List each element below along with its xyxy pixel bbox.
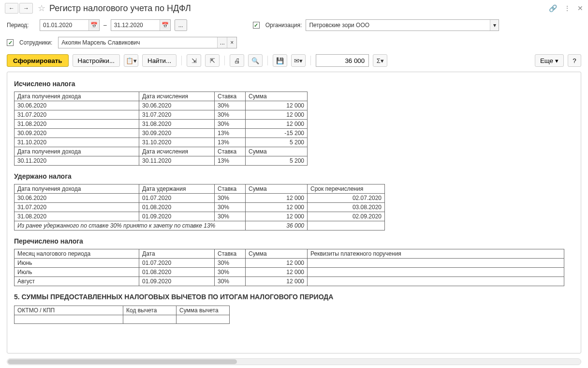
table-row: Июнь01.07.202030%12 000 [15,259,564,268]
table-row: 31.07.202001.08.202030%12 00003.08.2020 [15,203,385,212]
close-icon[interactable]: ✕ [577,4,583,12]
table-row: 31.07.202031.07.202030%12 000 [15,110,308,120]
table-row: 30.06.202030.06.202030%12 000 [15,101,308,110]
table-row: 31.08.202031.08.202030%12 000 [15,120,308,129]
back-button[interactable]: ← [5,3,18,14]
period-select-button[interactable]: ... [175,19,187,31]
link-icon[interactable]: 🔗 [549,4,557,12]
kebab-menu-icon[interactable]: ⋮ [564,4,571,12]
employees-input[interactable]: Акопян Марсель Славикович ... × [58,37,237,48]
sigma-button[interactable]: Σ▾ [373,54,387,67]
table-row: 30.06.202001.07.202030%12 00002.07.2020 [15,194,385,203]
help-button[interactable]: ? [568,54,581,67]
period-dash: – [103,22,107,29]
table-row: 31.10.202031.10.202013%5 200 [15,138,308,147]
table-row: 31.08.202001.09.202030%12 00002.09.2020 [15,212,385,221]
email-icon[interactable]: ✉▾ [291,54,306,67]
more-button[interactable]: Еще ▾ [535,54,564,67]
expand-icon[interactable]: ⇲ [187,54,201,67]
table-row: Август01.09.202030%12 000 [15,277,564,286]
period-label: Период: [7,22,36,29]
chevron-down-icon[interactable]: ▾ [490,20,499,31]
transferred-table: Месяц налогового периодаДатаСтавкаСуммаР… [14,249,564,286]
org-checkbox[interactable] [253,22,260,29]
org-select[interactable]: Петровские зори ООО ▾ [306,19,499,31]
horizontal-scrollbar[interactable] [0,358,588,368]
table-row [15,315,230,324]
calendar-icon[interactable]: 📅 [88,20,99,31]
employees-clear-button[interactable]: × [227,37,236,48]
calendar-icon[interactable]: 📅 [160,20,170,31]
section-withheld: Удержано налога [14,172,574,180]
report-area: Исчислено налога Дата получения доходаДа… [7,72,581,353]
forward-button[interactable]: → [19,3,33,14]
settings-button[interactable]: Настройки... [73,54,120,67]
section-deductions: 5. СУММЫ ПРЕДОСТАВЛЕННЫХ НАЛОГОВЫХ ВЫЧЕТ… [14,293,574,301]
favorite-star-icon[interactable]: ☆ [38,3,45,14]
table-row: 30.11.202030.11.202013%5 200 [15,156,308,166]
table-row: 30.09.202030.09.202013%-15 200 [15,129,308,138]
generate-button[interactable]: Сформировать [7,54,69,67]
date-from-input[interactable]: 01.01.2020 📅 [40,19,100,31]
section-calculated: Исчислено налога [14,80,574,88]
calculated-table: Дата получения доходаДата исчисленияСтав… [14,92,308,166]
save-icon[interactable]: 💾 [273,54,287,67]
section-transferred: Перечислено налога [14,237,574,245]
employees-checkbox[interactable] [7,39,14,46]
paste-icon[interactable]: 📋▾ [124,54,138,67]
withheld-table: Дата получения доходаДата удержанияСтавк… [14,184,385,230]
employees-label: Сотрудники: [19,39,52,46]
find-button[interactable]: Найти... [142,54,176,67]
collapse-icon[interactable]: ⇱ [205,54,220,67]
table-note-row: Из ранее удержанного по ставке 30% приня… [15,221,385,230]
deductions-table: ОКТМО / КППКод вычетаСумма вычета [14,306,230,324]
employees-pick-button[interactable]: ... [217,37,227,48]
print-icon[interactable]: 🖨 [230,54,244,67]
preview-icon[interactable]: 🔍 [248,54,263,67]
org-label: Организация: [265,22,302,29]
sum-field[interactable] [316,54,369,67]
table-row: Июль01.08.202030%12 000 [15,268,564,277]
page-title: Регистр налогового учета по НДФЛ [49,3,549,14]
date-to-input[interactable]: 31.12.2020 📅 [111,19,171,31]
